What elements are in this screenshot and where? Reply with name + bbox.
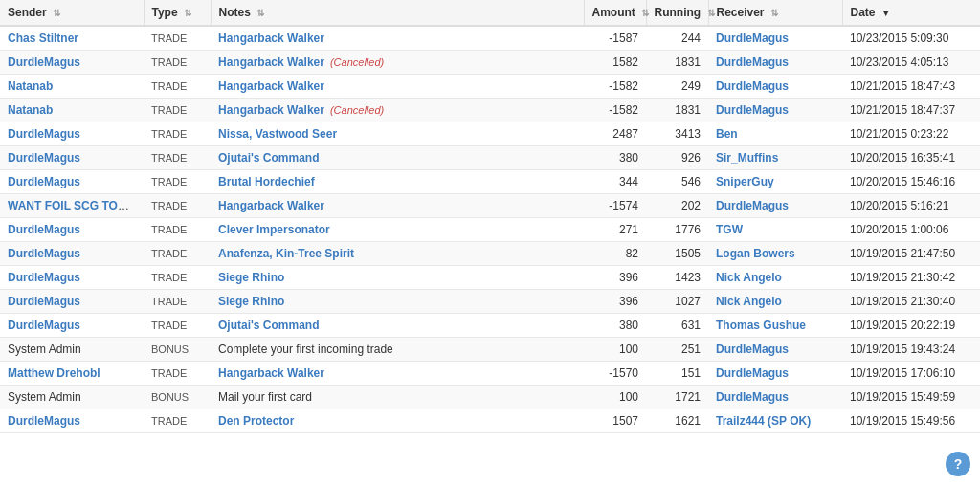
receiver-link[interactable]: DurdleMagus: [716, 199, 789, 212]
col-header-amount[interactable]: Amount ⇅: [584, 0, 646, 26]
sender-text: System Admin: [8, 390, 81, 404]
col-header-sender[interactable]: Sender ⇅: [0, 0, 144, 26]
receiver-link[interactable]: Nick Angelo: [716, 271, 782, 284]
amount-value: 1582: [612, 55, 638, 69]
cell-notes: Mail your first card: [211, 386, 584, 409]
cell-date: 10/19/2015 21:30:40: [842, 290, 980, 314]
sender-link[interactable]: DurdleMagus: [8, 319, 80, 332]
col-header-receiver[interactable]: Receiver ⇅: [708, 0, 842, 26]
receiver-link[interactable]: Nick Angelo: [716, 295, 782, 308]
table-row: DurdleMagusTRADENissa, Vastwood Seer2487…: [0, 122, 980, 146]
receiver-link[interactable]: DurdleMagus: [716, 103, 789, 117]
type-text: TRADE: [151, 33, 187, 44]
sender-link[interactable]: DurdleMagus: [8, 127, 80, 141]
notes-link[interactable]: Hangarback Walker: [218, 103, 324, 117]
notes-link[interactable]: Hangarback Walker: [218, 199, 324, 212]
receiver-link[interactable]: DurdleMagus: [716, 55, 789, 69]
receiver-link[interactable]: SniperGuy: [716, 175, 774, 188]
sender-link[interactable]: DurdleMagus: [8, 247, 80, 260]
running-value: 1831: [675, 55, 701, 69]
type-text: BONUS: [151, 391, 189, 403]
cell-type: TRADE: [144, 266, 211, 290]
type-text: TRADE: [151, 128, 187, 140]
receiver-link[interactable]: Logan Bowers: [716, 247, 795, 260]
type-text: TRADE: [151, 104, 187, 116]
notes-link[interactable]: Den Protector: [218, 414, 294, 428]
notes-link[interactable]: Siege Rhino: [218, 271, 284, 284]
sender-link[interactable]: Matthew Drehobl: [8, 366, 100, 380]
type-text: TRADE: [151, 415, 187, 427]
col-header-notes[interactable]: Notes ⇅: [211, 0, 584, 26]
sender-link[interactable]: DurdleMagus: [8, 151, 80, 165]
receiver-link[interactable]: DurdleMagus: [716, 390, 789, 404]
cell-type: TRADE: [144, 146, 211, 170]
cell-sender: DurdleMagus: [0, 51, 144, 75]
receiver-link[interactable]: DurdleMagus: [716, 366, 789, 380]
receiver-link[interactable]: Trailz444 (SP OK): [716, 414, 811, 428]
notes-link[interactable]: Ojutai's Command: [218, 151, 320, 165]
receiver-link[interactable]: TGW: [716, 223, 743, 236]
sender-link[interactable]: Natanab: [8, 79, 53, 93]
sender-link[interactable]: WANT FOIL SCG TOKENS: [8, 199, 144, 212]
sender-link[interactable]: DurdleMagus: [8, 414, 80, 428]
notes-link[interactable]: Clever Impersonator: [218, 223, 330, 236]
receiver-link[interactable]: DurdleMagus: [716, 342, 789, 356]
notes-link[interactable]: Hangarback Walker: [218, 32, 324, 45]
amount-value: 380: [619, 151, 638, 165]
sender-link[interactable]: DurdleMagus: [8, 175, 80, 188]
sender-link[interactable]: DurdleMagus: [8, 223, 80, 236]
table-row: System AdminBONUSComplete your first inc…: [0, 338, 980, 362]
cell-receiver: DurdleMagus: [708, 338, 842, 362]
cell-amount: 2487: [584, 122, 646, 146]
notes-link[interactable]: Brutal Hordechief: [218, 175, 315, 188]
receiver-link[interactable]: DurdleMagus: [716, 79, 789, 93]
notes-link[interactable]: Hangarback Walker: [218, 55, 324, 69]
table-row: Matthew DrehoblTRADEHangarback Walker-15…: [0, 362, 980, 386]
running-value: 1027: [675, 295, 701, 308]
type-text: TRADE: [151, 176, 187, 188]
date-value: 10/19/2015 15:49:59: [850, 390, 955, 404]
cell-running: 251: [646, 338, 708, 362]
notes-link[interactable]: Anafenza, Kin-Tree Spirit: [218, 247, 354, 260]
notes-link[interactable]: Siege Rhino: [218, 295, 284, 308]
sender-link[interactable]: Chas Stiltner: [8, 32, 78, 45]
running-value: 1831: [675, 103, 701, 117]
cell-notes: Nissa, Vastwood Seer: [211, 122, 584, 146]
type-text: TRADE: [151, 80, 187, 92]
cell-date: 10/20/2015 5:16:21: [842, 194, 980, 218]
cell-date: 10/23/2015 5:09:30: [842, 26, 980, 51]
sender-link[interactable]: DurdleMagus: [8, 55, 80, 69]
sort-icon-sender: ⇅: [53, 8, 60, 18]
sort-icon-type: ⇅: [184, 8, 191, 18]
amount-value: 380: [619, 319, 638, 332]
amount-value: 100: [619, 342, 638, 356]
date-value: 10/23/2015 5:09:30: [850, 32, 948, 45]
notes-link[interactable]: Hangarback Walker: [218, 79, 324, 93]
cell-notes: Hangarback Walker: [211, 75, 584, 99]
receiver-link[interactable]: DurdleMagus: [716, 32, 789, 45]
date-value: 10/21/2015 0:23:22: [850, 127, 948, 141]
sender-link[interactable]: DurdleMagus: [8, 295, 80, 308]
col-header-date[interactable]: Date ▼: [842, 0, 980, 26]
cell-type: TRADE: [144, 409, 211, 433]
cell-sender: System Admin: [0, 386, 144, 409]
notes-link[interactable]: Hangarback Walker: [218, 366, 324, 380]
col-header-type[interactable]: Type ⇅: [144, 0, 211, 26]
sender-link[interactable]: Natanab: [8, 103, 53, 117]
col-running-label: Running: [655, 6, 702, 19]
notes-link[interactable]: Nissa, Vastwood Seer: [218, 127, 337, 141]
receiver-link[interactable]: Sir_Muffins: [716, 151, 778, 165]
cell-amount: -1587: [584, 26, 646, 51]
notes-link[interactable]: Ojutai's Command: [218, 319, 320, 332]
cell-notes: Siege Rhino: [211, 290, 584, 314]
cancelled-badge: (Cancelled): [330, 56, 384, 68]
sender-link[interactable]: DurdleMagus: [8, 271, 80, 284]
receiver-link[interactable]: Thomas Gushue: [716, 319, 806, 332]
cell-receiver: DurdleMagus: [708, 75, 842, 99]
col-header-running[interactable]: Running ⇅: [646, 0, 708, 26]
receiver-link[interactable]: Ben: [716, 127, 738, 141]
cell-type: TRADE: [144, 122, 211, 146]
cell-sender: DurdleMagus: [0, 146, 144, 170]
running-value: 202: [681, 199, 701, 212]
cell-date: 10/20/2015 15:46:16: [842, 170, 980, 194]
